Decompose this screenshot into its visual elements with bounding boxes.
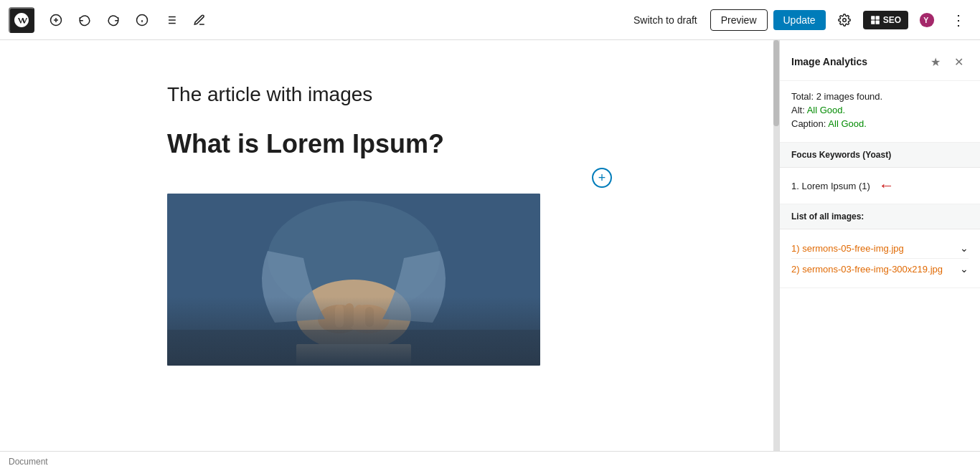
alt-label: Alt: — [791, 105, 805, 115]
svg-point-22 — [318, 305, 361, 333]
wordpress-logo-button[interactable] — [9, 7, 34, 33]
sidebar-body: Total: 2 images found. Alt: All Good. Ca… — [780, 81, 980, 451]
total-images-stat: Total: 2 images found. — [791, 91, 969, 102]
svg-rect-26 — [345, 303, 354, 328]
editor-area[interactable]: The article with images What is Lorem Ip… — [0, 40, 779, 451]
editor-scrollbar-thumb[interactable] — [773, 40, 779, 126]
svg-point-21 — [296, 280, 411, 351]
keyword-item-text: 1. Lorem Ipsum (1) — [791, 181, 870, 191]
red-arrow-icon: ← — [879, 176, 895, 195]
caption-label: Caption: — [791, 118, 826, 129]
svg-rect-30 — [167, 330, 540, 366]
svg-rect-15 — [871, 20, 875, 24]
focus-keywords-header: Focus Keywords (Yoast) — [780, 143, 980, 168]
sidebar-star-button[interactable]: ★ — [925, 52, 946, 72]
main-toolbar: Switch to draft Preview Update SEO Y ⋮ — [0, 0, 980, 40]
add-block-inline-button[interactable]: + — [592, 168, 612, 188]
seo-button[interactable]: SEO — [863, 11, 908, 29]
sidebar-header: Image Analytics ★ ✕ — [780, 40, 980, 81]
update-button[interactable]: Update — [773, 10, 826, 30]
sidebar-header-actions: ★ ✕ — [925, 52, 969, 72]
switch-to-draft-button[interactable]: Switch to draft — [626, 10, 705, 30]
redo-button[interactable] — [100, 7, 126, 33]
svg-rect-29 — [296, 344, 411, 366]
article-heading[interactable]: What is Lorem Ipsum? — [167, 129, 612, 159]
keyword-row: 1. Lorem Ipsum (1) ← — [780, 168, 980, 204]
image-link-1[interactable]: 1) sermons-05-free-img.jpg — [791, 243, 960, 254]
sidebar-title: Image Analytics — [791, 56, 867, 67]
add-icon: + — [598, 171, 606, 184]
article-image[interactable] — [167, 194, 540, 366]
more-options-button[interactable]: ⋮ — [946, 7, 971, 33]
add-block-container: + — [167, 168, 612, 188]
svg-rect-14 — [875, 16, 879, 19]
toolbar-left — [9, 7, 212, 33]
tools-button[interactable] — [187, 7, 212, 33]
svg-point-23 — [347, 305, 390, 333]
image-link-2[interactable]: 2) sermons-03-free-img-300x219.jpg — [791, 264, 960, 275]
analytics-section: Total: 2 images found. Alt: All Good. Ca… — [780, 81, 980, 143]
caption-stat-row: Caption: All Good. — [791, 118, 969, 129]
add-block-toolbar-button[interactable] — [43, 7, 69, 33]
svg-rect-16 — [875, 20, 879, 24]
svg-rect-25 — [335, 305, 344, 328]
svg-rect-28 — [365, 307, 374, 327]
main-layout: The article with images What is Lorem Ip… — [0, 40, 980, 451]
image-list-header: List of all images: — [780, 204, 980, 229]
image-list-item-2: 2) sermons-03-free-img-300x219.jpg ⌄ — [791, 259, 969, 279]
article-title[interactable]: The article with images — [167, 83, 612, 106]
close-icon: ✕ — [954, 55, 963, 69]
alt-stat-row: Alt: All Good. — [791, 105, 969, 115]
settings-button[interactable] — [831, 7, 857, 33]
image-list-section: 1) sermons-05-free-img.jpg ⌄ 2) sermons-… — [780, 229, 980, 288]
preview-button[interactable]: Preview — [710, 9, 768, 31]
sidebar-close-button[interactable]: ✕ — [948, 52, 969, 72]
svg-rect-24 — [325, 307, 334, 327]
seo-label: SEO — [883, 15, 901, 25]
toolbar-right: Switch to draft Preview Update SEO Y ⋮ — [626, 7, 971, 33]
svg-point-12 — [842, 18, 846, 22]
status-bar: Document — [0, 451, 980, 471]
star-icon: ★ — [930, 55, 941, 69]
chevron-down-icon-2[interactable]: ⌄ — [960, 263, 969, 275]
caption-value: All Good. — [828, 118, 866, 129]
svg-rect-13 — [871, 16, 875, 19]
info-button[interactable] — [129, 7, 155, 33]
yoast-button[interactable]: Y — [914, 7, 940, 33]
status-bar-label: Document — [9, 457, 48, 467]
chevron-down-icon-1[interactable]: ⌄ — [960, 242, 969, 254]
alt-value: All Good. — [807, 105, 845, 115]
svg-text:Y: Y — [923, 15, 928, 24]
undo-button[interactable] — [72, 7, 98, 33]
svg-rect-27 — [355, 305, 364, 328]
editor-content: The article with images What is Lorem Ip… — [138, 40, 641, 394]
editor-scrollbar-track[interactable] — [773, 40, 779, 451]
right-sidebar: Image Analytics ★ ✕ Total: 2 images foun… — [779, 40, 980, 451]
list-view-button[interactable] — [158, 7, 184, 33]
image-list-item: 1) sermons-05-free-img.jpg ⌄ — [791, 238, 969, 259]
